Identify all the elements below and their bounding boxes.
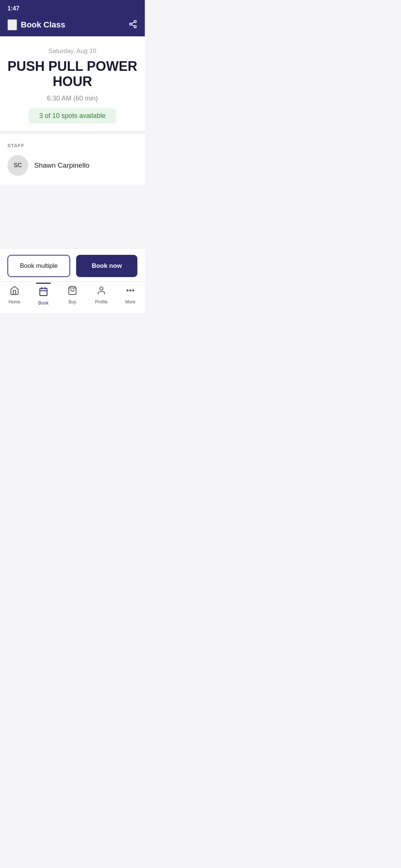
svg-point-12 [130,290,131,291]
nav-item-book[interactable]: Book [29,286,58,306]
nav-label-home: Home [9,299,20,305]
nav-label-more: More [125,299,135,305]
nav-item-profile[interactable]: Profile [87,286,116,306]
staff-name: Shawn Carpinello [34,161,89,170]
nav-label-profile: Profile [95,299,108,305]
page-title: Book Class [21,20,65,30]
spots-available: 3 of 10 spots available [29,108,116,124]
class-time: 6:30 AM (60 min) [7,95,137,102]
buy-icon [68,286,77,298]
status-time: 1:47 [7,5,19,11]
section-divider [0,131,145,134]
class-date: Saturday, Aug 10 [7,47,137,55]
nav-item-more[interactable]: More [116,286,145,306]
content-spacer [0,185,145,249]
top-nav: ← Book Class [0,15,145,36]
share-button[interactable] [128,20,137,30]
class-name: PUSH PULL POWER HOUR [7,59,137,89]
book-multiple-button[interactable]: Book multiple [7,255,70,277]
staff-item: SC Shawn Carpinello [7,155,137,176]
nav-item-buy[interactable]: Buy [58,286,87,306]
svg-point-11 [127,290,128,291]
svg-point-13 [133,290,134,291]
nav-left: ← Book Class [7,19,65,30]
book-now-button[interactable]: Book now [76,255,137,277]
class-info: Saturday, Aug 10 PUSH PULL POWER HOUR 6:… [0,36,145,131]
staff-heading: STAFF [7,143,137,148]
active-indicator [36,283,51,284]
nav-item-home[interactable]: Home [0,286,29,306]
staff-section: STAFF SC Shawn Carpinello [0,134,145,185]
bottom-buttons: Book multiple Book now [0,249,145,282]
svg-line-3 [132,24,134,26]
bottom-nav: Home Book Buy [0,282,145,313]
nav-label-book: Book [38,300,48,306]
back-button[interactable]: ← [7,19,17,30]
staff-avatar: SC [7,155,28,176]
book-icon [39,287,48,299]
svg-point-10 [100,287,103,290]
profile-icon [97,286,106,298]
status-bar: 1:47 [0,0,145,15]
svg-line-4 [132,22,134,23]
home-icon [10,286,19,298]
svg-rect-5 [40,288,47,296]
nav-label-buy: Buy [69,299,76,305]
more-icon [125,286,135,298]
